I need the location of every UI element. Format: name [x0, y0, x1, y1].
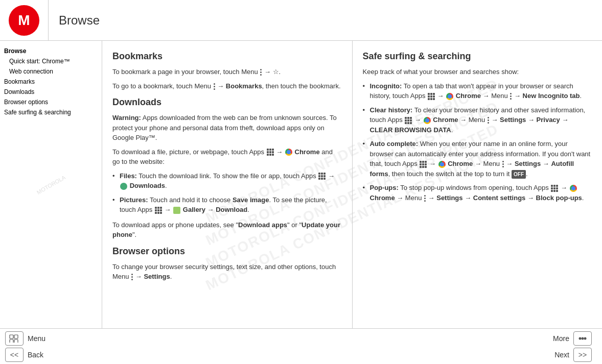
menu-icon — [5, 331, 24, 346]
safe-surfing-autocomplete: Auto complete: When you enter your name … — [363, 139, 592, 179]
warning-label: Warning: — [112, 114, 141, 122]
chrome-icon4 — [438, 161, 446, 168]
chrome-icon2 — [446, 93, 453, 100]
sidebar-item-downloads[interactable]: Downloads — [0, 87, 102, 97]
browser-options-text: To change your browser security settings… — [112, 262, 342, 282]
downloads-list: Files: Touch the download link. To show … — [112, 171, 342, 215]
header-title: Browse — [49, 13, 100, 28]
back-button[interactable]: << Back — [5, 348, 169, 362]
safe-surfing-incognito: Incognito: To open a tab that won't appe… — [363, 81, 592, 101]
toggle-off-indicator: OFF — [512, 170, 526, 179]
downloads-title: Downloads — [112, 97, 342, 108]
footer-left: Menu << Back — [0, 331, 174, 362]
bookmarks-para2: To go to a bookmark, touch Menu → Bookma… — [112, 81, 342, 91]
right-panel: Safe surfing & searching Keep track of w… — [353, 41, 603, 328]
menu-dots-icon7 — [424, 195, 426, 202]
next-icon: >> — [573, 348, 592, 362]
downloads-warning: Warning: Apps downloaded from the web ca… — [112, 113, 342, 143]
menu-dots-icon — [260, 69, 262, 76]
chrome-icon — [285, 149, 292, 156]
apps-icon6 — [420, 161, 427, 168]
safe-surfing-intro: Keep track of what your browser and sear… — [363, 67, 592, 77]
more-icon — [573, 331, 592, 346]
back-label: Back — [28, 351, 43, 359]
downloads-para: To download a file, picture, or webpage,… — [112, 147, 342, 167]
content-area: MOTOROLA CONFIDENTIAL RESTRICTED MOTOROL… — [102, 41, 602, 328]
downloads-icon — [120, 183, 127, 190]
apps-icon — [267, 149, 274, 156]
sidebar-item-safesurfing[interactable]: Safe surfing & searching — [0, 107, 102, 117]
safe-surfing-list: Incognito: To open a tab that won't appe… — [363, 81, 592, 203]
bookmarks-para1: To bookmark a page in your browser, touc… — [112, 67, 342, 77]
menu-dots-icon4 — [510, 93, 512, 100]
download-item-files: Files: Touch the download link. To show … — [112, 171, 342, 191]
menu-dots-icon5 — [488, 117, 489, 124]
apps-icon2 — [318, 173, 326, 180]
svg-point-4 — [579, 337, 582, 339]
next-button[interactable]: Next >> — [554, 348, 592, 362]
sidebar-item-browse[interactable]: Browse — [0, 46, 102, 56]
footer-right: More Next >> — [174, 331, 602, 362]
apps-icon4 — [428, 93, 435, 100]
logo-area: M — [0, 0, 49, 40]
svg-rect-0 — [10, 335, 13, 338]
apps-icon3 — [155, 207, 162, 214]
more-button[interactable]: More — [553, 331, 592, 346]
footer: Menu << Back More Next >> — [0, 328, 602, 364]
sidebar-item-webconnection[interactable]: Web connection — [0, 66, 102, 77]
browser-options-title: Browser options — [112, 246, 342, 257]
svg-rect-3 — [14, 339, 18, 343]
svg-rect-2 — [10, 339, 13, 343]
chrome-icon5 — [570, 185, 577, 192]
apps-icon7 — [551, 185, 558, 192]
menu-dots-icon2 — [214, 83, 215, 90]
header: M Browse — [0, 0, 602, 41]
sidebar-watermark: MOTOROLA — [35, 174, 66, 196]
safe-surfing-popups: Pop-ups: To stop pop-up windows from ope… — [363, 183, 592, 203]
bookmarks-title: Bookmarks — [112, 51, 342, 62]
chrome-icon3 — [424, 117, 431, 124]
sidebar: MOTOROLA Browse Quick start: Chrome™ Web… — [0, 41, 102, 328]
svg-rect-1 — [14, 335, 18, 338]
svg-point-6 — [584, 337, 587, 339]
sidebar-item-bookmarks[interactable]: Bookmarks — [0, 77, 102, 87]
svg-point-5 — [582, 337, 584, 339]
safe-surfing-title: Safe surfing & searching — [363, 51, 592, 62]
safe-surfing-clearhistory: Clear history: To clear your browser his… — [363, 105, 592, 135]
motorola-logo: M — [9, 5, 39, 36]
menu-dots-icon3 — [131, 274, 133, 280]
sidebar-item-browseroptions[interactable]: Browser options — [0, 97, 102, 107]
gallery-icon — [173, 207, 180, 214]
main-layout: MOTOROLA Browse Quick start: Chrome™ Web… — [0, 41, 602, 328]
more-label: More — [553, 334, 569, 343]
back-icon: << — [5, 348, 24, 362]
apps-icon5 — [405, 117, 412, 124]
downloads-footer: To download apps or phone updates, see "… — [112, 220, 342, 240]
menu-label: Menu — [28, 334, 45, 343]
sidebar-item-quickstart[interactable]: Quick start: Chrome™ — [0, 56, 102, 66]
left-panel: Bookmarks To bookmark a page in your bro… — [102, 41, 353, 328]
download-item-pictures: Pictures: Touch and hold it to choose Sa… — [112, 195, 342, 215]
menu-dots-icon6 — [502, 161, 504, 167]
next-label: Next — [554, 351, 569, 359]
menu-button[interactable]: Menu — [5, 331, 169, 346]
